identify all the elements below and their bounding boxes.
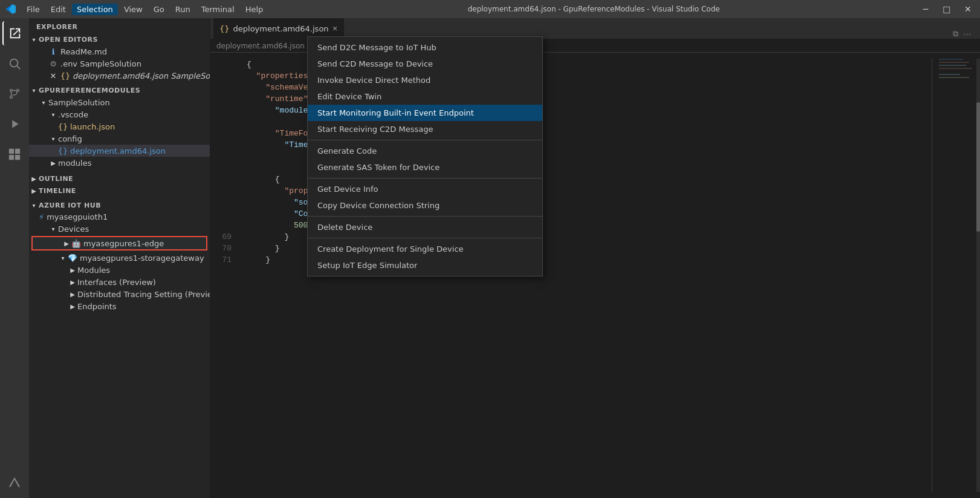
outline-section[interactable]: ▶ OUTLINE: [29, 172, 210, 185]
deployment-json-icon: {}: [58, 146, 68, 156]
menu-help[interactable]: Help: [241, 4, 268, 15]
ctx-delete-device[interactable]: Delete Device: [308, 219, 542, 235]
azure-iot-hub-label: AZURE IOT HUB: [39, 201, 101, 209]
menu-edit[interactable]: Edit: [46, 4, 71, 15]
modules-sub-label: Modules: [77, 266, 110, 275]
interfaces-sub-item[interactable]: ▶ Interfaces (Preview): [29, 276, 210, 288]
interfaces-arrow: ▶: [68, 277, 77, 287]
ctx-send-c2d[interactable]: Send C2D Message to Device: [308, 56, 542, 72]
maximize-button[interactable]: □: [941, 4, 953, 14]
svg-rect-13: [939, 74, 960, 75]
run-activity-icon[interactable]: [2, 112, 27, 136]
device2-label: myasegpures1-storagegateway: [80, 254, 204, 263]
json-file-icon: {}: [60, 71, 70, 80]
gear-file-icon: ⚙: [48, 59, 58, 68]
ctx-setup-simulator[interactable]: Setup IoT Edge Simulator: [308, 257, 542, 274]
deployment-json-file[interactable]: {} deployment.amd64.json: [29, 145, 210, 157]
ctx-start-monitoring[interactable]: Start Monitoring Built-in Event Endpoint: [308, 105, 542, 121]
ctx-separator-1: [308, 140, 542, 140]
ctx-get-device-info[interactable]: Get Device Info: [308, 181, 542, 197]
modules-arrow: ▶: [48, 158, 58, 168]
menu-selection[interactable]: Selection: [72, 4, 118, 15]
tracing-sub-item[interactable]: ▶ Distributed Tracing Setting (Preview): [29, 288, 210, 300]
device2-item[interactable]: ▾ 💎 myasegpures1-storagegateway: [29, 252, 210, 264]
endpoints-sub-item[interactable]: ▶ Endpoints: [29, 300, 210, 312]
close-button[interactable]: ✕: [962, 4, 974, 14]
launch-json-icon: {}: [58, 122, 68, 131]
tab-file-icon: {}: [219, 24, 230, 33]
svg-rect-14: [939, 77, 969, 78]
context-menu: Send D2C Message to IoT Hub Send C2D Mes…: [307, 36, 543, 277]
devices-folder[interactable]: ▾ Devices: [29, 223, 210, 235]
config-folder[interactable]: ▾ config: [29, 133, 210, 145]
ctx-send-d2c[interactable]: Send D2C Message to IoT Hub: [308, 39, 542, 56]
menu-run[interactable]: Run: [170, 4, 195, 15]
vscode-label: .vscode: [58, 110, 88, 119]
ctx-start-receiving[interactable]: Start Receiving C2D Message: [308, 121, 542, 137]
title-bar: File Edit Selection View Go Run Terminal…: [0, 0, 980, 18]
more-actions-button[interactable]: ⋯: [963, 30, 971, 39]
ctx-generate-code[interactable]: Generate Code: [308, 143, 542, 159]
menu-file[interactable]: File: [22, 4, 45, 15]
timeline-section[interactable]: ▶ TIMELINE: [29, 185, 210, 197]
devices-label: Devices: [58, 224, 89, 234]
gpureference-section[interactable]: ▾ GPUREFERENCEMODULES: [29, 84, 210, 96]
svg-rect-6: [15, 149, 20, 154]
open-file-deployment[interactable]: ✕ {} deployment.amd64.json SampleSolutio…: [29, 70, 210, 82]
device1-highlight-box: ▶ 🤖 myasegpures1-edge: [31, 236, 207, 251]
timeline-label: TIMELINE: [39, 187, 76, 195]
ctx-edit-twin[interactable]: Edit Device Twin: [308, 88, 542, 105]
explorer-activity-icon[interactable]: [2, 21, 27, 45]
menu-bar: File Edit Selection View Go Run Terminal…: [22, 4, 268, 15]
iothub-name[interactable]: ⚡ myasegpuioth1: [29, 211, 210, 223]
vscode-arrow: ▾: [48, 110, 58, 119]
svg-rect-12: [939, 68, 972, 69]
modules-sub-item[interactable]: ▶ Modules: [29, 264, 210, 276]
svg-rect-9: [939, 59, 963, 60]
source-control-activity-icon[interactable]: [2, 82, 27, 106]
azure-iot-hub-section[interactable]: ▾ AZURE IOT HUB: [29, 199, 210, 211]
device2-icon: 💎: [68, 254, 77, 263]
device1-label: myasegpures1-edge: [83, 239, 164, 248]
menu-terminal[interactable]: Terminal: [196, 4, 239, 15]
device1-item[interactable]: ▶ 🤖 myasegpures1-edge: [33, 237, 206, 249]
modules-label: modules: [58, 159, 92, 168]
ctx-generate-sas[interactable]: Generate SAS Token for Device: [308, 159, 542, 175]
sidebar: EXPLORER ▾ OPEN EDITORS ℹ ReadMe.md ⚙ .e…: [29, 18, 210, 498]
tab-filename: deployment.amd64.json: [233, 24, 329, 33]
env-label: .env SampleSolution: [60, 59, 141, 68]
launch-json-file[interactable]: {} launch.json: [29, 120, 210, 133]
search-activity-icon[interactable]: [2, 51, 27, 76]
open-editors-label: OPEN EDITORS: [39, 36, 98, 44]
gpureference-arrow: ▾: [29, 85, 39, 95]
vscode-folder[interactable]: ▾ .vscode: [29, 108, 210, 120]
menu-go[interactable]: Go: [149, 4, 169, 15]
scrollbar-thumb[interactable]: [976, 102, 980, 232]
minimize-button[interactable]: ─: [920, 4, 932, 14]
ctx-copy-connection[interactable]: Copy Device Connection String: [308, 197, 542, 214]
outline-arrow: ▶: [29, 174, 39, 183]
open-editors-section[interactable]: ▾ OPEN EDITORS: [29, 33, 210, 45]
open-file-env[interactable]: ⚙ .env SampleSolution: [29, 57, 210, 70]
tracing-label: Distributed Tracing Setting (Preview): [77, 290, 210, 299]
modules-folder[interactable]: ▶ modules: [29, 157, 210, 169]
menu-view[interactable]: View: [119, 4, 148, 15]
ctx-invoke-method[interactable]: Invoke Device Direct Method: [308, 72, 542, 88]
extensions-activity-icon[interactable]: [2, 142, 27, 166]
ctx-create-deployment[interactable]: Create Deployment for Single Device: [308, 241, 542, 257]
endpoints-arrow: ▶: [68, 301, 77, 311]
breadcrumb-text: deployment.amd64.json > ...: [216, 42, 322, 50]
svg-rect-11: [939, 65, 966, 66]
azure-activity-icon[interactable]: [2, 471, 27, 495]
editor-tab-deployment[interactable]: {} deployment.amd64.json ✕: [213, 18, 344, 39]
svg-rect-8: [15, 155, 20, 160]
deployment-json-label: deployment.amd64.json: [70, 146, 166, 156]
open-file-readme[interactable]: ℹ ReadMe.md: [29, 45, 210, 57]
tab-close-button[interactable]: ✕: [333, 25, 338, 33]
samplesolution-folder[interactable]: ▾ SampleSolution: [29, 96, 210, 108]
window-title: deployment.amd64.json - GpuReferenceModu…: [468, 5, 720, 13]
split-editor-button[interactable]: ⧉: [953, 29, 958, 39]
azure-iot-hub-arrow: ▾: [29, 200, 39, 210]
endpoints-label: Endpoints: [77, 302, 117, 311]
samplesolution-label: SampleSolution: [48, 98, 110, 107]
